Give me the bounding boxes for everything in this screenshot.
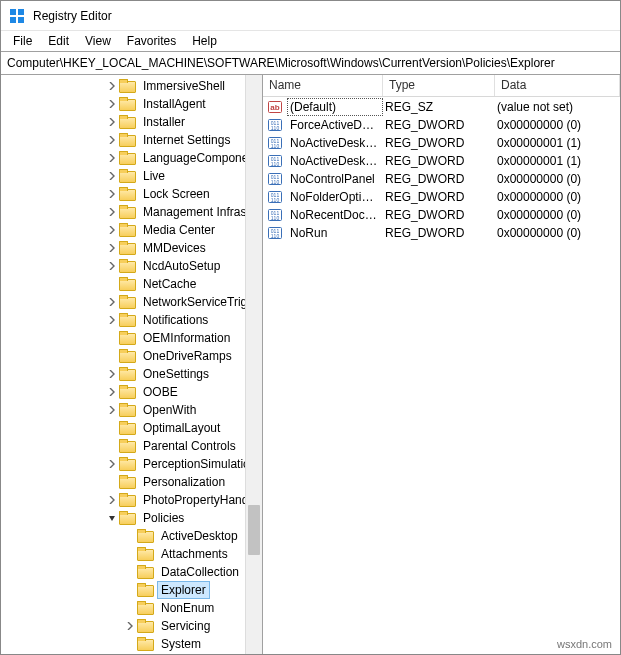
tree-item-label[interactable]: OEMInformation	[139, 329, 234, 347]
tree-item[interactable]: Policies	[1, 509, 262, 527]
menu-favorites[interactable]: Favorites	[119, 32, 184, 50]
menu-help[interactable]: Help	[184, 32, 225, 50]
tree-item[interactable]: Live	[1, 167, 262, 185]
chevron-right-icon[interactable]	[123, 619, 137, 633]
address-bar[interactable]: Computer\HKEY_LOCAL_MACHINE\SOFTWARE\Mic…	[1, 51, 620, 75]
tree-item-label[interactable]: Explorer	[157, 581, 210, 599]
tree-item-label[interactable]: DataCollection	[157, 563, 243, 581]
chevron-right-icon[interactable]	[105, 133, 119, 147]
tree-item-label[interactable]: NetCache	[139, 275, 200, 293]
tree-item[interactable]: InstallAgent	[1, 95, 262, 113]
tree-item[interactable]: DataCollection	[1, 563, 262, 581]
chevron-right-icon[interactable]	[105, 295, 119, 309]
tree-item[interactable]: Explorer	[1, 581, 262, 599]
chevron-right-icon[interactable]	[105, 79, 119, 93]
tree-item-label[interactable]: Policies	[139, 509, 188, 527]
tree-item[interactable]: OneDriveRamps	[1, 347, 262, 365]
tree-item[interactable]: OneSettings	[1, 365, 262, 383]
tree-item-label[interactable]: Live	[139, 167, 169, 185]
chevron-down-icon[interactable]	[105, 511, 119, 525]
tree-item-label[interactable]: Personalization	[139, 473, 229, 491]
chevron-right-icon[interactable]	[105, 457, 119, 471]
registry-tree[interactable]: ImmersiveShellInstallAgentInstallerInter…	[1, 77, 262, 653]
tree-item[interactable]: NonEnum	[1, 599, 262, 617]
tree-item[interactable]: PhotoPropertyHandler	[1, 491, 262, 509]
value-name[interactable]: (Default)	[287, 98, 383, 116]
tree-item[interactable]: Personalization	[1, 473, 262, 491]
tree-item-label[interactable]: Lock Screen	[139, 185, 214, 203]
chevron-right-icon[interactable]	[105, 241, 119, 255]
tree-item-label[interactable]: Installer	[139, 113, 189, 131]
chevron-right-icon[interactable]	[105, 493, 119, 507]
tree-item[interactable]: Management Infrastructure	[1, 203, 262, 221]
chevron-right-icon[interactable]	[105, 259, 119, 273]
tree-item-label[interactable]: InstallAgent	[139, 95, 210, 113]
chevron-right-icon[interactable]	[105, 385, 119, 399]
tree-item-label[interactable]: PerceptionSimulation	[139, 455, 260, 473]
tree-item-label[interactable]: Servicing	[157, 617, 214, 635]
tree-item-label[interactable]: PhotoPropertyHandler	[139, 491, 262, 509]
menu-file[interactable]: File	[5, 32, 40, 50]
value-name[interactable]: NoRun	[287, 224, 383, 242]
tree-item-label[interactable]: Notifications	[139, 311, 212, 329]
tree-item-label[interactable]: NcdAutoSetup	[139, 257, 224, 275]
value-row[interactable]: 011110NoControlPanelREG_DWORD0x00000000 …	[263, 170, 620, 188]
chevron-right-icon[interactable]	[105, 169, 119, 183]
tree-item-label[interactable]: OpenWith	[139, 401, 200, 419]
chevron-right-icon[interactable]	[105, 313, 119, 327]
value-row[interactable]: 011110NoFolderOptionsREG_DWORD0x00000000…	[263, 188, 620, 206]
tree-item-label[interactable]: OneDriveRamps	[139, 347, 236, 365]
menu-edit[interactable]: Edit	[40, 32, 77, 50]
column-data[interactable]: Data	[495, 75, 620, 96]
tree-item[interactable]: Media Center	[1, 221, 262, 239]
value-name[interactable]: ForceActiveDesk...	[287, 116, 383, 134]
chevron-right-icon[interactable]	[105, 151, 119, 165]
tree-item-label[interactable]: OneSettings	[139, 365, 213, 383]
chevron-right-icon[interactable]	[105, 187, 119, 201]
value-name[interactable]: NoActiveDeskto...	[287, 152, 383, 170]
value-row[interactable]: 011110ForceActiveDesk...REG_DWORD0x00000…	[263, 116, 620, 134]
tree-item[interactable]: Notifications	[1, 311, 262, 329]
value-name[interactable]: NoControlPanel	[287, 170, 383, 188]
tree-item-label[interactable]: Management Infrastructure	[139, 203, 262, 221]
tree-item-label[interactable]: NetworkServiceTriggers	[139, 293, 262, 311]
tree-item[interactable]: ImmersiveShell	[1, 77, 262, 95]
value-row[interactable]: 011110NoActiveDesktopREG_DWORD0x00000001…	[263, 134, 620, 152]
tree-item[interactable]: System	[1, 635, 262, 653]
chevron-right-icon[interactable]	[105, 403, 119, 417]
menu-view[interactable]: View	[77, 32, 119, 50]
tree-item[interactable]: Parental Controls	[1, 437, 262, 455]
tree-item-label[interactable]: Parental Controls	[139, 437, 240, 455]
scrollbar-thumb[interactable]	[248, 505, 260, 555]
value-name[interactable]: NoRecentDocsH...	[287, 206, 383, 224]
tree-item[interactable]: NetworkServiceTriggers	[1, 293, 262, 311]
column-name[interactable]: Name	[263, 75, 383, 96]
tree-item[interactable]: PerceptionSimulation	[1, 455, 262, 473]
column-type[interactable]: Type	[383, 75, 495, 96]
tree-item-label[interactable]: ActiveDesktop	[157, 527, 242, 545]
tree-item-label[interactable]: System	[157, 635, 205, 653]
chevron-right-icon[interactable]	[105, 205, 119, 219]
tree-item[interactable]: OOBE	[1, 383, 262, 401]
tree-item[interactable]: NetCache	[1, 275, 262, 293]
chevron-right-icon[interactable]	[105, 367, 119, 381]
tree-scrollbar[interactable]	[245, 75, 262, 654]
tree-item[interactable]: Internet Settings	[1, 131, 262, 149]
tree-item[interactable]: NcdAutoSetup	[1, 257, 262, 275]
tree-item-label[interactable]: Media Center	[139, 221, 219, 239]
value-row[interactable]: 011110NoRecentDocsH...REG_DWORD0x0000000…	[263, 206, 620, 224]
value-row[interactable]: 011110NoRunREG_DWORD0x00000000 (0)	[263, 224, 620, 242]
tree-item[interactable]: OEMInformation	[1, 329, 262, 347]
tree-item[interactable]: Lock Screen	[1, 185, 262, 203]
value-name[interactable]: NoFolderOptions	[287, 188, 383, 206]
value-row[interactable]: 011110NoActiveDeskto...REG_DWORD0x000000…	[263, 152, 620, 170]
tree-item[interactable]: ActiveDesktop	[1, 527, 262, 545]
tree-item[interactable]: Servicing	[1, 617, 262, 635]
tree-item-label[interactable]: NonEnum	[157, 599, 218, 617]
value-name[interactable]: NoActiveDesktop	[287, 134, 383, 152]
value-list[interactable]: ab(Default)REG_SZ(value not set)011110Fo…	[263, 97, 620, 242]
tree-item[interactable]: LanguageComponentsInstaller	[1, 149, 262, 167]
tree-item[interactable]: Installer	[1, 113, 262, 131]
chevron-right-icon[interactable]	[105, 115, 119, 129]
tree-item-label[interactable]: OptimalLayout	[139, 419, 224, 437]
